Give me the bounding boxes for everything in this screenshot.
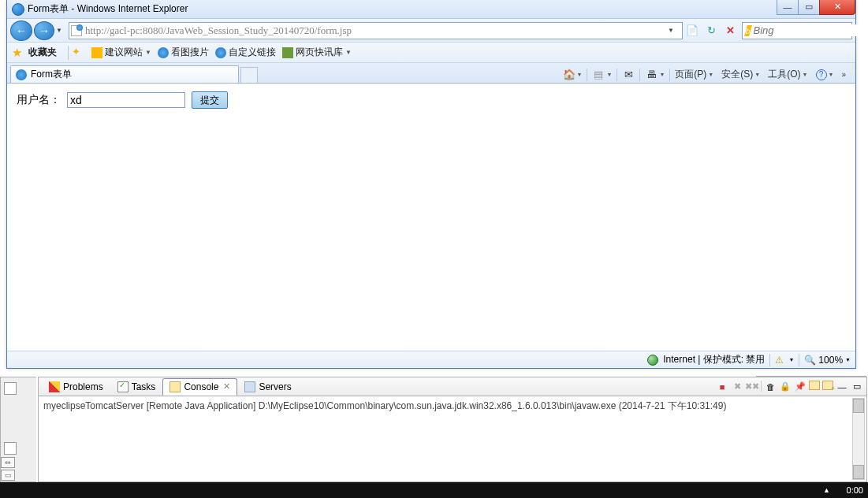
clock[interactable]: 0:00	[847, 485, 863, 495]
safety-menu[interactable]: 安全(S)▼	[718, 66, 763, 83]
username-input[interactable]	[67, 92, 185, 108]
addr-dropdown-icon[interactable]: ▼	[662, 23, 680, 39]
page-icon	[71, 25, 82, 36]
scroll-up-button[interactable]	[853, 399, 864, 413]
window-title: Form表单 - Windows Internet Explorer	[28, 2, 188, 16]
scrollbar[interactable]	[852, 398, 865, 480]
tab-bar: Form表单 🏠▼ ▤▼ ✉ 🖶▼ 页面(P)▼ 安全(S)▼ 工具(O)▼ ?…	[7, 63, 855, 84]
remove-all-button[interactable]: ✖✖	[746, 381, 758, 393]
tab-ie-icon	[16, 69, 27, 80]
remove-launch-button[interactable]: ✖	[731, 381, 743, 393]
print-button[interactable]: 🖶▼	[642, 67, 668, 83]
refresh-button[interactable]: ↻	[702, 23, 720, 39]
window-buttons: — ▭ ✕	[777, 0, 855, 15]
tab-servers[interactable]: Servers	[237, 378, 298, 396]
page-menu[interactable]: 页面(P)▼	[672, 66, 717, 83]
eclipse-view-icon[interactable]	[4, 442, 17, 455]
fav-suggested-sites[interactable]: 建议网站 ▼	[88, 44, 155, 61]
maximize-view-button[interactable]: ▭	[851, 381, 863, 393]
help-button[interactable]: ?▼	[813, 68, 837, 82]
new-tab-button[interactable]	[240, 67, 258, 83]
minimize-button[interactable]: —	[777, 0, 799, 15]
fav-label: 网页快讯库	[296, 46, 343, 59]
home-button[interactable]: 🏠▼	[560, 67, 586, 83]
dropdown-icon[interactable]: ▼	[788, 357, 794, 362]
taskbar[interactable]: ▲ 0:00	[0, 482, 868, 498]
zoom-control[interactable]: 🔍 100% ▼	[804, 355, 851, 366]
search-input[interactable]	[754, 24, 868, 36]
submit-button[interactable]: 提交	[192, 91, 228, 109]
zoom-value: 100%	[818, 355, 843, 366]
favorites-star-icon[interactable]: ★	[12, 46, 26, 60]
maximize-button[interactable]: ▭	[798, 0, 820, 15]
rss-icon: ▤	[592, 69, 605, 81]
tray-arrow-icon[interactable]: ▲	[823, 486, 830, 494]
address-bar[interactable]: ▼	[69, 22, 683, 39]
fav-label: 看图搜片	[171, 46, 209, 59]
compat-button[interactable]: 📄	[684, 23, 701, 39]
display-console-button[interactable]	[809, 381, 820, 390]
fav-web-slice[interactable]: 网页快讯库 ▼	[279, 44, 355, 61]
console-output[interactable]: myeclipseTomcatServer [Remote Java Appli…	[39, 396, 866, 416]
nav-history-dropdown[interactable]: ▼	[56, 27, 65, 34]
console-toolbar: ■ ✖ ✖✖ 🗑 🔒 📌 + — ▭	[716, 381, 863, 393]
tab-title: Form表单	[31, 68, 72, 81]
command-bar: 🏠▼ ▤▼ ✉ 🖶▼ 页面(P)▼ 安全(S)▼ 工具(O)▼ ?▼ »	[560, 66, 852, 83]
fav-custom-links[interactable]: 自定义链接	[212, 44, 279, 61]
home-icon: 🏠	[563, 69, 576, 81]
tab-problems[interactable]: Problems	[42, 378, 110, 396]
tools-label: 工具(O)	[768, 68, 800, 81]
page-content: 用户名： 提交	[7, 84, 855, 336]
eclipse-trim: ⇔ ▭	[1, 457, 15, 481]
restore-button[interactable]: ▭	[1, 470, 15, 481]
favorites-label[interactable]: 收藏夹	[28, 46, 57, 59]
print-icon: 🖶	[645, 69, 658, 81]
eclipse-view-icon[interactable]	[4, 382, 17, 395]
console-line: myeclipseTomcatServer [Remote Java Appli…	[43, 400, 726, 411]
open-console-button[interactable]: +	[822, 381, 833, 390]
feeds-button[interactable]: ▤▼	[589, 67, 615, 83]
fav-label: 自定义链接	[229, 46, 276, 59]
favorites-bar: ★ 收藏夹 ✦ 建议网站 ▼ 看图搜片 自定义链接 网页快讯库 ▼	[7, 43, 855, 63]
clear-console-button[interactable]: 🗑	[764, 381, 777, 393]
dropdown-icon: ▼	[845, 357, 851, 362]
fav-image-search[interactable]: 看图搜片	[155, 44, 212, 61]
mail-button[interactable]: ✉	[619, 67, 638, 83]
tab-console[interactable]: Console✕	[162, 378, 237, 396]
protected-mode-icon[interactable]: ⚠	[775, 355, 784, 366]
close-tab-icon[interactable]: ✕	[223, 381, 230, 392]
collapse-button[interactable]: ⇔	[1, 457, 15, 468]
link-icon	[158, 47, 169, 58]
ie-icon	[12, 3, 24, 16]
tab-form[interactable]: Form表单	[10, 65, 239, 83]
pin-console-button[interactable]: 📌	[794, 381, 807, 393]
titlebar[interactable]: Form表单 - Windows Internet Explorer	[7, 0, 855, 19]
scroll-down-button[interactable]	[853, 465, 864, 479]
scroll-lock-button[interactable]: 🔒	[779, 381, 792, 393]
help-icon: ?	[816, 69, 827, 80]
stop-button[interactable]: ✕	[721, 23, 739, 39]
servers-icon	[244, 381, 255, 392]
url-input[interactable]	[85, 24, 661, 37]
tools-menu[interactable]: 工具(O)▼	[765, 66, 810, 83]
page-label: 页面(P)	[675, 68, 706, 81]
close-button[interactable]: ✕	[819, 0, 855, 15]
minimize-view-button[interactable]: —	[836, 381, 848, 393]
status-bar: Internet | 保护模式: 禁用 ⚠ ▼ 🔍 100% ▼	[7, 351, 855, 368]
add-favorite-icon[interactable]: ✦	[72, 46, 86, 60]
suggested-icon	[91, 47, 102, 58]
separator	[68, 46, 69, 60]
search-box[interactable]: b 🔍	[742, 22, 852, 39]
expand-button[interactable]: »	[838, 69, 849, 80]
console-icon	[170, 381, 181, 392]
nav-toolbar: ← → ▼ ▼ 📄 ↻ ✕ b 🔍	[7, 19, 855, 43]
dropdown-icon: ▼	[145, 49, 151, 56]
problems-icon	[49, 381, 60, 392]
zone-label: Internet | 保护模式: 禁用	[663, 353, 765, 366]
user-form: 用户名： 提交	[17, 91, 846, 109]
tab-tasks[interactable]: Tasks	[110, 378, 163, 396]
forward-button[interactable]: →	[34, 21, 54, 40]
back-button[interactable]: ←	[10, 20, 32, 41]
terminate-button[interactable]: ■	[716, 381, 728, 393]
bing-icon: b	[744, 25, 751, 36]
